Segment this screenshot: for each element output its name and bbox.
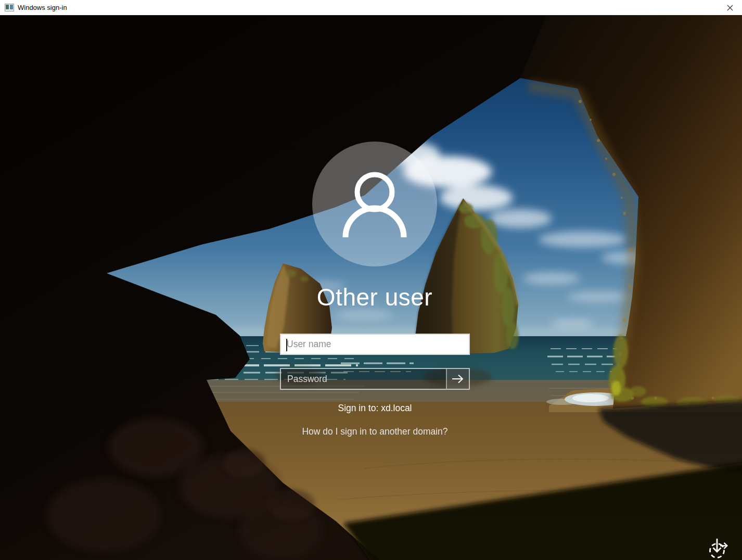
lock-screen: Other user Sign in to: xd.local How do I… <box>0 16 742 560</box>
window-app-icon <box>5 4 14 11</box>
ease-of-access-button[interactable] <box>705 537 731 560</box>
window-title: Windows sign-in <box>18 0 67 16</box>
domain-help-link[interactable]: How do I sign in to another domain? <box>228 426 522 437</box>
window-titlebar[interactable]: Windows sign-in <box>0 0 742 16</box>
app-window: Windows sign-in <box>0 0 742 560</box>
username-field[interactable] <box>280 334 470 355</box>
submit-button[interactable] <box>446 369 469 389</box>
username-input[interactable] <box>281 335 469 354</box>
text-caret <box>286 339 287 351</box>
sign-in-to-text: Sign in to: xd.local <box>228 403 522 414</box>
ease-of-access-icon <box>706 537 729 560</box>
person-icon <box>312 142 437 266</box>
close-icon <box>727 5 733 11</box>
arrow-right-icon <box>451 373 465 385</box>
close-button[interactable] <box>718 0 742 15</box>
user-avatar <box>312 142 437 266</box>
selected-user-name: Other user <box>219 282 531 312</box>
password-field[interactable] <box>280 368 470 390</box>
password-input[interactable] <box>281 369 446 389</box>
